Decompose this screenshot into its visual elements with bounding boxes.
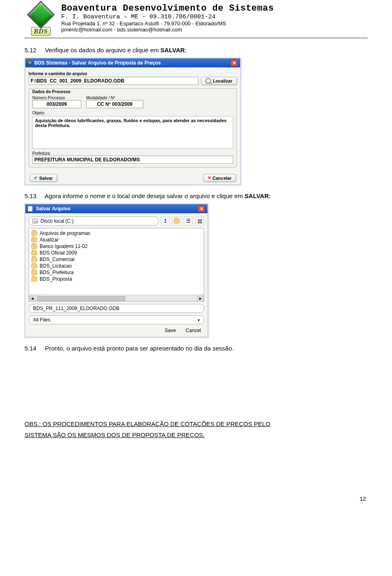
- list-item-label: BDS_Comercial: [40, 257, 74, 262]
- numero-input[interactable]: [32, 100, 81, 108]
- localizar-button[interactable]: Localizar: [201, 77, 237, 85]
- step-5-13: 5.13 Agora informe o nome e o local onde…: [24, 192, 368, 199]
- document-header: BDS Boaventura Desenvolvimento de Sistem…: [24, 0, 368, 38]
- drive-label: Disco local (C:): [40, 218, 74, 224]
- horizontal-scrollbar[interactable]: ◄ ►: [29, 295, 204, 301]
- chevron-down-icon: ▾: [198, 318, 200, 322]
- objeto-text: Aquisição de óleos lubrificantes, graxas…: [32, 116, 233, 149]
- check-icon: ✔: [34, 175, 38, 181]
- localizar-label: Localizar: [213, 78, 232, 83]
- step-text: Pronto, o arquivo está pronto para ser a…: [45, 345, 234, 352]
- label-objeto: Objeto: [32, 111, 233, 115]
- view-list-button[interactable]: ☰: [184, 217, 193, 225]
- step-text: Verifique os dados do arquivo e clique e…: [45, 47, 160, 54]
- document-icon: [28, 206, 33, 212]
- bds-diamond-icon: [27, 1, 55, 29]
- bds-diamond-icon: [27, 60, 33, 66]
- list-item-label: Banco Iguatemi 11-02: [40, 243, 87, 249]
- step-num: 5.13: [24, 192, 43, 199]
- list-item-label: BDS_Proposta: [40, 276, 72, 282]
- folder-icon: [31, 251, 37, 255]
- scroll-thumb[interactable]: [37, 296, 125, 301]
- folder-icon: [31, 270, 37, 275]
- list-item[interactable]: BDS Oficial 2009: [31, 250, 201, 256]
- list-item-label: BDS_Prefeitura: [40, 270, 74, 275]
- screenshot-salvar-arquivo: Salvar Arquivo ✕ Disco local (C:) ↥: [24, 203, 208, 337]
- cancelar-label: Cancelar: [213, 176, 232, 181]
- modalidade-input[interactable]: [86, 100, 143, 108]
- list-item[interactable]: BDS_Proposta: [31, 276, 201, 282]
- folder-icon: [31, 264, 37, 268]
- folder-icon: [31, 277, 37, 281]
- salvar-label: Salvar: [39, 176, 53, 181]
- list-item[interactable]: Banco Iguatemi 11-02: [31, 243, 201, 250]
- list-item[interactable]: BDS_Prefeitura: [31, 269, 201, 276]
- path-input[interactable]: [29, 77, 198, 85]
- company-sub: F. I. Boaventura – ME - 09.310.706/0001-…: [61, 13, 368, 20]
- disk-icon: [32, 219, 38, 223]
- step-text: Agora informe o nome e o local onde dese…: [45, 192, 244, 199]
- company-title: Boaventura Desenvolvimento de Sistemas: [61, 3, 368, 13]
- obs-line-1: OBS.: OS PROCEDIMENTOS PARA ELABORAÇÃO D…: [24, 420, 368, 427]
- step-num: 5.14: [24, 345, 43, 352]
- cancelar-button[interactable]: ✕ Cancelar: [203, 174, 236, 182]
- list-item[interactable]: BDS_Comercial: [31, 256, 201, 263]
- obs-line-2: SISTEMA SÃO OS MESMOS DOS DE PROPOSTA DE…: [24, 431, 368, 438]
- list-item[interactable]: Arquivos de programas: [31, 230, 201, 237]
- filter-label: All Files: [33, 317, 50, 323]
- salvar-button[interactable]: ✔ Salvar: [29, 174, 57, 182]
- dialog-title: Salvar Arquivo: [36, 206, 70, 212]
- label-prefeitura: Prefeitura: [32, 151, 233, 156]
- search-icon: [205, 78, 211, 84]
- list-item-label: Arquivos de programas: [40, 230, 90, 236]
- folder-icon: [174, 219, 180, 223]
- dialog-title: BDS Sistemas - Salvar Arquivo de Propost…: [34, 60, 161, 66]
- filename-input[interactable]: [29, 304, 204, 313]
- company-address: Rua Projetada 1, nº 32 - Espartaco Astol…: [61, 20, 368, 27]
- page-number: 12: [24, 496, 368, 502]
- scroll-left-button[interactable]: ◄: [29, 296, 36, 301]
- screenshot-salvar-proposta: BDS Sistemas - Salvar Arquivo de Propost…: [24, 58, 241, 185]
- step-5-14: 5.14 Pronto, o arquivo está pronto para …: [24, 345, 368, 352]
- step-bold: SALVAR: [160, 47, 185, 54]
- list-item-label: BDS Oficial 2009: [40, 250, 77, 256]
- label-caminho: Informe o caminho do arquivo: [29, 71, 237, 76]
- label-modalidade: Modalidade / Nº: [86, 96, 143, 100]
- scroll-right-button[interactable]: ►: [197, 296, 204, 301]
- step-num: 5.12: [24, 47, 43, 54]
- close-button[interactable]: ✕: [198, 205, 205, 212]
- drive-combo[interactable]: Disco local (C:): [29, 217, 158, 225]
- prefeitura-input[interactable]: [32, 156, 233, 164]
- view-details-button[interactable]: ▤: [195, 217, 204, 225]
- fieldset-legend: Dados do Processo: [32, 89, 233, 94]
- arrow-up-icon: ↥: [163, 218, 167, 224]
- list-item[interactable]: Atualizar: [31, 237, 201, 243]
- close-button[interactable]: ✕: [230, 60, 238, 66]
- label-numero: Número Processo: [32, 96, 81, 100]
- close-icon: ✕: [207, 175, 211, 181]
- save-button[interactable]: Save: [165, 328, 176, 333]
- step-bold: SALVAR: [245, 192, 269, 199]
- list-item-label: Atualizar: [40, 237, 59, 243]
- folder-icon: [31, 244, 37, 249]
- file-list[interactable]: Arquivos de programasAtualizarBanco Igua…: [29, 228, 204, 301]
- fieldset-dados-processo: Dados do Processo Número Processo Modali…: [29, 88, 237, 167]
- company-contact: pmenlc@hotmail.com - bds.sistemas@hotmai…: [61, 27, 368, 33]
- up-folder-button[interactable]: ↥: [161, 217, 170, 225]
- list-item-label: BDS_Licitacao: [40, 263, 72, 269]
- filter-combo[interactable]: All Files ▾: [29, 315, 204, 324]
- folder-icon: [31, 238, 37, 242]
- step-5-12: 5.12 Verifique os dados do arquivo e cli…: [24, 47, 368, 54]
- logo-block: BDS: [24, 3, 57, 36]
- cancel-button[interactable]: Cancel: [186, 328, 201, 333]
- new-folder-button[interactable]: [172, 217, 181, 225]
- list-item[interactable]: BDS_Licitacao: [31, 263, 201, 269]
- folder-icon: [31, 257, 37, 262]
- folder-icon: [31, 231, 37, 236]
